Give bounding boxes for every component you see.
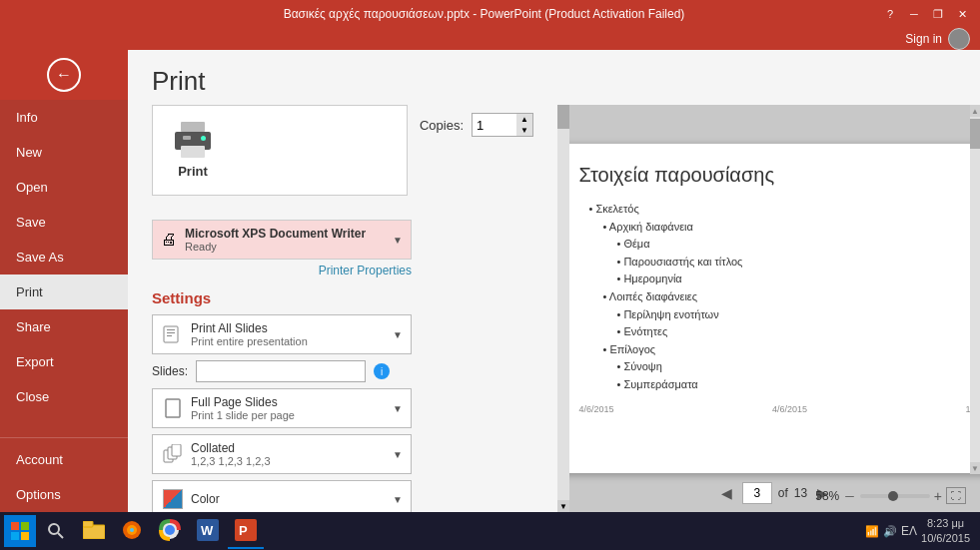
color-main: Color (191, 492, 387, 506)
minimize-button[interactable]: ─ (904, 4, 924, 24)
tray-network-icon[interactable]: 📶 (865, 525, 879, 538)
color-icon (161, 487, 185, 511)
taskbar-clock[interactable]: 8:23 μμ 10/6/2015 (921, 516, 970, 547)
prev-page-button[interactable]: ◀ (717, 483, 736, 503)
svg-rect-0 (181, 122, 205, 132)
sign-in-link[interactable]: Sign in (905, 32, 942, 46)
print-layout: Print Copies: 1 ▲ ▼ (128, 105, 980, 512)
taskbar-powerpoint-button[interactable]: P (228, 513, 264, 549)
slides-label: Slides: (152, 364, 188, 378)
restore-button[interactable]: ❐ (928, 4, 948, 24)
sidebar-item-export[interactable]: Export (0, 344, 128, 379)
copies-input-wrap: 1 ▲ ▼ (472, 113, 533, 137)
zoom-level: 58% (815, 489, 839, 503)
printer-selector[interactable]: 🖨 Microsoft XPS Document Writer Ready ▼ (152, 220, 412, 260)
content-line-9: • Επίλογος (603, 341, 971, 359)
svg-rect-9 (166, 399, 180, 417)
page-title: Print (128, 50, 980, 105)
taskbar-chrome-button[interactable] (152, 513, 188, 549)
layout-main: Full Page Slides (191, 395, 387, 409)
content-line-4: • Παρουσιαστής και τίτλος (617, 254, 971, 272)
content-line-1: • Σκελετός (589, 201, 971, 219)
svg-rect-20 (83, 521, 93, 527)
svg-rect-12 (172, 444, 181, 456)
sidebar-item-info[interactable]: Info (0, 100, 128, 135)
sidebar-item-options[interactable]: Options (0, 477, 128, 512)
layout-icon (161, 396, 185, 420)
svg-rect-6 (167, 329, 175, 330)
printer-properties-link[interactable]: Printer Properties (152, 264, 412, 277)
zoom-fullscreen-button[interactable]: ⛶ (946, 487, 966, 504)
svg-point-25 (165, 525, 175, 535)
printer-info: Microsoft XPS Document Writer Ready (185, 227, 385, 253)
sidebar-item-open[interactable]: Open (0, 170, 128, 205)
slide-content: • Σκελετός • Αρχική διαφάνεια • Θέμα • Π… (579, 201, 971, 394)
close-button[interactable]: ✕ (952, 4, 972, 24)
svg-rect-8 (167, 335, 172, 336)
svg-text:W: W (201, 523, 214, 538)
language-button[interactable]: ΕΛ (901, 524, 917, 538)
svg-rect-14 (21, 522, 29, 530)
zoom-slider[interactable] (860, 494, 930, 498)
layout-arrow: ▼ (393, 403, 403, 414)
sidebar-item-close[interactable]: Close (0, 379, 128, 414)
panel-scroll-down[interactable]: ▼ (557, 500, 569, 512)
page-number-input[interactable]: 3 (742, 482, 772, 504)
printer-name: Microsoft XPS Document Writer (185, 227, 385, 241)
svg-rect-5 (164, 326, 178, 342)
back-button[interactable]: ← (47, 58, 81, 92)
sidebar-item-share[interactable]: Share (0, 309, 128, 344)
scroll-up[interactable]: ▲ (970, 105, 980, 117)
zoom-separator: ─ (845, 489, 854, 503)
svg-rect-4 (201, 136, 206, 141)
printer-small-icon: 🖨 (161, 231, 177, 249)
print-scope-arrow: ▼ (393, 329, 403, 340)
taskbar-explorer-button[interactable] (76, 513, 112, 549)
zoom-slider-thumb (888, 491, 898, 501)
start-button[interactable] (4, 515, 36, 547)
print-scope-main: Print All Slides (191, 321, 387, 335)
collation-main: Collated (191, 441, 387, 455)
back-area: ← (0, 50, 128, 100)
svg-text:P: P (239, 523, 248, 538)
total-pages: 13 (794, 486, 807, 500)
slide-footer: 4/6/2015 4/6/2015 1 (579, 404, 971, 414)
slides-input[interactable] (196, 360, 366, 382)
scroll-down-btn[interactable]: ▼ (970, 462, 980, 474)
sidebar-item-account[interactable]: Account (0, 442, 128, 477)
help-button[interactable]: ? (880, 4, 900, 24)
layout-selector[interactable]: Full Page Slides Print 1 slide per page … (152, 388, 412, 428)
sidebar-item-print[interactable]: Print (0, 275, 128, 309)
sidebar-item-new[interactable]: New (0, 135, 128, 170)
app-body: ← Info New Open Save Save As Print Share… (0, 50, 980, 512)
print-scope-selector[interactable]: Print All Slides Print entire presentati… (152, 314, 412, 354)
printer-icon (173, 122, 213, 158)
slides-row: Slides: i (152, 360, 533, 382)
taskbar-firefox-button[interactable] (114, 513, 150, 549)
sidebar-item-saveas[interactable]: Save As (0, 240, 128, 275)
search-taskbar-button[interactable] (38, 513, 74, 549)
windows-icon (11, 522, 29, 540)
preview-scrollbar[interactable]: ▲ ▼ (970, 105, 980, 474)
zoom-in-button[interactable]: + (934, 488, 942, 504)
taskbar-word-button[interactable]: W (190, 513, 226, 549)
svg-rect-16 (21, 532, 29, 540)
clock-time: 8:23 μμ (921, 516, 970, 531)
collation-text: Collated 1,2,3 1,2,3 1,2,3 (191, 441, 387, 467)
collation-selector[interactable]: Collated 1,2,3 1,2,3 1,2,3 ▼ (152, 434, 412, 474)
content-line-6: • Λοιπές διαφάνειες (603, 288, 971, 306)
app-header: Sign in (0, 28, 980, 50)
copies-down-button[interactable]: ▼ (516, 125, 532, 136)
color-selector[interactable]: Color ▼ (152, 480, 412, 512)
copies-label: Copies: (420, 118, 464, 133)
copies-input[interactable]: 1 (473, 114, 516, 136)
tray-volume-icon[interactable]: 🔊 (883, 525, 897, 538)
print-button[interactable]: Print (153, 106, 233, 195)
slide-title: Στοιχεία παρουσίασης (579, 164, 971, 187)
slides-info-icon[interactable]: i (374, 363, 390, 379)
sidebar-item-save[interactable]: Save (0, 205, 128, 240)
panel-scrollbar[interactable]: ▼ (557, 105, 569, 512)
content-line-3: • Θέμα (617, 236, 971, 254)
svg-point-23 (130, 528, 134, 532)
copies-up-button[interactable]: ▲ (516, 114, 532, 125)
